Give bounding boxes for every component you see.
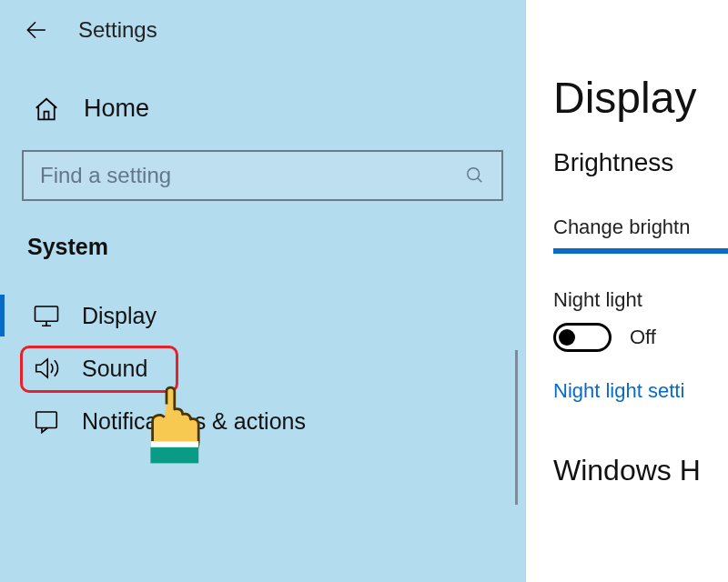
sidebar-item-sound[interactable]: Sound <box>0 342 525 395</box>
brightness-heading: Brightness <box>553 148 728 177</box>
brightness-text: Change brightn <box>553 216 728 239</box>
toggle-state-label: Off <box>630 326 656 349</box>
search-input[interactable] <box>40 163 419 188</box>
nav-label: Sound <box>82 356 147 382</box>
sound-icon <box>33 355 60 382</box>
arrow-left-icon <box>24 18 47 42</box>
home-label: Home <box>84 95 149 123</box>
night-light-label: Night light <box>553 288 728 312</box>
brightness-slider[interactable] <box>553 248 728 254</box>
svg-point-0 <box>468 168 480 180</box>
scrollbar[interactable] <box>515 350 518 505</box>
titlebar: Settings <box>0 9 525 44</box>
svg-rect-2 <box>36 412 57 428</box>
nav-label: Notifications & actions <box>82 408 306 435</box>
home-icon <box>33 95 60 123</box>
toggle-knob <box>559 329 575 346</box>
main-panel: Display Brightness Change brightn Night … <box>526 0 728 582</box>
sidebar-item-notifications[interactable]: Notifications & actions <box>0 395 525 447</box>
sidebar-item-display[interactable]: Display <box>0 289 525 342</box>
search-icon <box>465 166 485 186</box>
nav-list: Display Sound Notifications & actions <box>0 289 525 447</box>
app-title: Settings <box>78 17 157 43</box>
nav-label: Display <box>82 303 157 329</box>
second-section-heading: Windows H <box>553 454 728 487</box>
night-light-toggle[interactable] <box>553 323 612 352</box>
night-light-settings-link[interactable]: Night light setti <box>553 379 728 403</box>
settings-sidebar: Settings Home System Display Sound <box>0 0 526 582</box>
notifications-icon <box>33 407 60 435</box>
section-heading: System <box>27 234 525 260</box>
search-box[interactable] <box>22 150 503 201</box>
svg-rect-1 <box>35 306 58 321</box>
page-title: Display <box>553 73 728 123</box>
display-icon <box>33 302 60 329</box>
sidebar-home[interactable]: Home <box>33 95 525 123</box>
back-button[interactable] <box>22 16 49 44</box>
